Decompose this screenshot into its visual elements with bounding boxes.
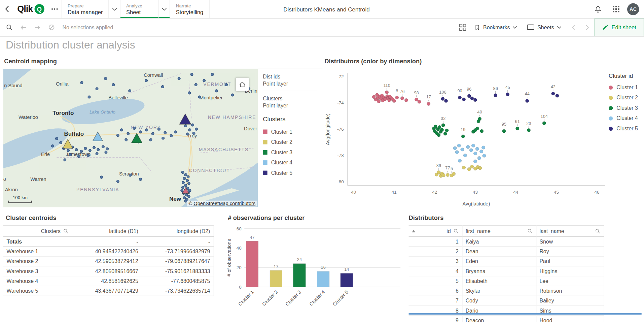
table-cell[interactable]: Warehouse 3 xyxy=(3,266,72,276)
scatter-point[interactable] xyxy=(392,99,396,102)
table-cell[interactable]: -77.6800485875 xyxy=(142,276,214,286)
layer-dist-ids[interactable]: Dist ids Point layer xyxy=(263,73,317,87)
scatter-point[interactable] xyxy=(395,96,399,99)
table-cell[interactable]: Snow xyxy=(536,237,604,247)
legend-item[interactable]: Cluster 4 xyxy=(609,113,644,124)
table-row[interactable]: Warehouse 242.590538729412-79.0678892176… xyxy=(3,256,214,266)
map-point[interactable] xyxy=(96,88,98,90)
column-header[interactable]: id xyxy=(409,226,462,237)
map-object[interactable]: n SoundOrilliaCornwallVERMONTBerlinBelle… xyxy=(3,69,258,207)
legend-item[interactable]: Cluster 3 xyxy=(263,147,317,158)
scatter-point[interactable] xyxy=(437,170,440,174)
map-point[interactable] xyxy=(181,189,183,192)
scatter-point[interactable] xyxy=(445,129,449,132)
scatter-point[interactable] xyxy=(467,94,471,98)
table-row[interactable]: 4BryannaHiggins xyxy=(409,266,604,276)
scatter-point[interactable] xyxy=(502,129,506,133)
map-point[interactable] xyxy=(190,73,193,76)
map-point[interactable] xyxy=(93,146,96,149)
scatter-point[interactable] xyxy=(551,92,555,95)
column-header[interactable]: last_name xyxy=(536,226,604,237)
map-point[interactable] xyxy=(187,175,189,178)
table-row[interactable]: 7CodyBailey xyxy=(409,296,604,305)
scatter-point[interactable] xyxy=(481,146,485,149)
map-point[interactable] xyxy=(181,171,184,174)
map-point[interactable] xyxy=(97,148,100,151)
map-point[interactable] xyxy=(215,90,218,92)
scatter-point[interactable] xyxy=(455,151,459,154)
scatter-point[interactable] xyxy=(461,135,465,138)
table-cell[interactable]: Bryanna xyxy=(462,266,536,276)
map-point[interactable] xyxy=(116,134,119,137)
map-point[interactable] xyxy=(184,184,187,187)
column-header[interactable]: latitude (D1) xyxy=(72,226,142,237)
scatter-point[interactable] xyxy=(452,172,455,175)
table-cell[interactable]: Lee xyxy=(536,276,604,286)
table-cell[interactable]: Warehouse 4 xyxy=(3,276,72,286)
table-row[interactable]: Warehouse 342.805089516667-75.9016218833… xyxy=(3,266,214,276)
map-point[interactable] xyxy=(182,181,185,184)
attribution-link[interactable]: OpenStreetMap contributors xyxy=(193,201,255,206)
map-point[interactable] xyxy=(125,138,128,141)
scatter-point[interactable] xyxy=(385,91,389,94)
map-point[interactable] xyxy=(195,128,198,130)
scatter-point[interactable] xyxy=(442,173,445,177)
table-row[interactable]: Warehouse 442.8581692625-77.6800485875 xyxy=(3,276,214,286)
scatter-point[interactable] xyxy=(458,159,461,162)
table-cell[interactable]: Deacon xyxy=(462,316,536,322)
table-cell[interactable]: 43.436770771429 xyxy=(72,286,142,296)
scatter-point[interactable] xyxy=(480,129,484,133)
table-cell[interactable]: 1 xyxy=(409,237,462,247)
table-cell[interactable]: Paul xyxy=(536,256,604,266)
scatter-point[interactable] xyxy=(542,122,546,125)
table-cell[interactable]: -79.067889217647 xyxy=(142,256,214,266)
scatter-point[interactable] xyxy=(461,148,464,151)
scatter-point[interactable] xyxy=(506,93,509,96)
legend-item[interactable]: Cluster 5 xyxy=(609,123,644,134)
map-point[interactable] xyxy=(186,133,189,135)
scatter-point[interactable] xyxy=(475,147,479,151)
scatter-point[interactable] xyxy=(400,96,404,100)
scatter-point[interactable] xyxy=(463,154,467,157)
legend-item[interactable]: Cluster 3 xyxy=(609,103,644,113)
table-cell[interactable]: Robinson xyxy=(536,286,604,296)
table-cell[interactable]: Higgins xyxy=(536,266,604,276)
scatter-point[interactable] xyxy=(471,144,475,147)
map-point[interactable] xyxy=(185,194,188,196)
scatter-point[interactable] xyxy=(418,100,421,103)
legend-item[interactable]: Cluster 4 xyxy=(263,158,317,168)
scatter-point[interactable] xyxy=(477,156,481,160)
scatter-point[interactable] xyxy=(440,128,443,131)
table-cell[interactable]: -73.734622635714 xyxy=(142,286,214,296)
table-cell[interactable]: 3 xyxy=(409,256,462,266)
map-home-button[interactable] xyxy=(236,78,249,91)
map-point[interactable] xyxy=(88,149,91,152)
scatter-point[interactable] xyxy=(467,167,471,171)
search-icon[interactable] xyxy=(453,228,459,234)
map-point[interactable] xyxy=(116,180,119,183)
scatter-point[interactable] xyxy=(453,147,457,150)
map-point[interactable] xyxy=(145,129,148,131)
scatter-chart[interactable]: 40414243444546-72-74-76-78-80Avg(latitud… xyxy=(324,68,609,208)
table-cell[interactable]: 6 xyxy=(409,286,462,296)
insights-button[interactable] xyxy=(456,19,470,36)
scatter-point[interactable] xyxy=(458,96,461,99)
scatter-point[interactable] xyxy=(437,133,440,137)
sort-ascending-icon[interactable] xyxy=(412,230,415,232)
scatter-point[interactable] xyxy=(475,127,479,130)
table-cell[interactable]: Bailey xyxy=(536,296,604,305)
scatter-point[interactable] xyxy=(478,166,482,170)
column-header[interactable]: first_name xyxy=(462,226,536,237)
selections-back-button[interactable] xyxy=(16,24,31,31)
table-cell[interactable]: Kaiya xyxy=(462,237,536,247)
nav-narrate[interactable]: Narrate Storytelling xyxy=(170,0,209,18)
scatter-point[interactable] xyxy=(494,93,497,97)
search-icon[interactable] xyxy=(595,228,600,234)
scatter-point[interactable] xyxy=(438,125,441,129)
avatar[interactable]: AC xyxy=(627,3,639,15)
bookmarks-button[interactable]: Bookmarks xyxy=(470,19,522,36)
table-cell[interactable]: 42.805089516667 xyxy=(72,266,142,276)
table-row[interactable]: 2DeanRoy xyxy=(409,247,604,256)
table-cell[interactable]: -75.901621883333 xyxy=(142,266,214,276)
map-point[interactable] xyxy=(145,79,148,82)
